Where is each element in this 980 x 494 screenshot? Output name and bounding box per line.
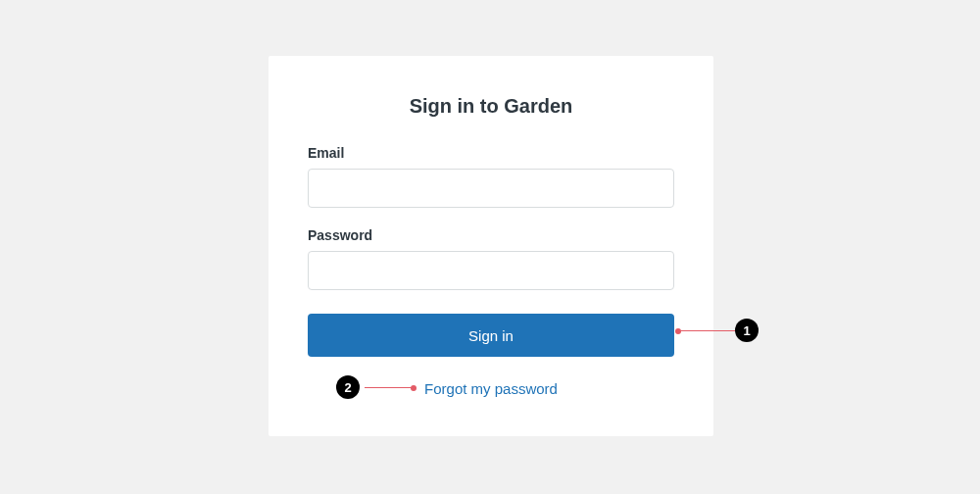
email-field-group: Email — [308, 145, 674, 208]
annotation-line-2 — [365, 387, 414, 388]
password-field[interactable] — [308, 251, 674, 290]
email-label: Email — [308, 145, 674, 161]
annotation-badge-1: 1 — [735, 319, 759, 342]
annotation-line-1 — [678, 330, 735, 331]
email-field[interactable] — [308, 169, 674, 208]
signin-card: Sign in to Garden Email Password Sign in… — [269, 56, 713, 436]
signin-button[interactable]: Sign in — [308, 314, 674, 357]
password-field-group: Password — [308, 227, 674, 290]
password-label: Password — [308, 227, 674, 243]
annotation-badge-2: 2 — [336, 375, 360, 399]
forgot-password-link[interactable]: Forgot my password — [308, 380, 674, 397]
page-title: Sign in to Garden — [308, 95, 674, 118]
